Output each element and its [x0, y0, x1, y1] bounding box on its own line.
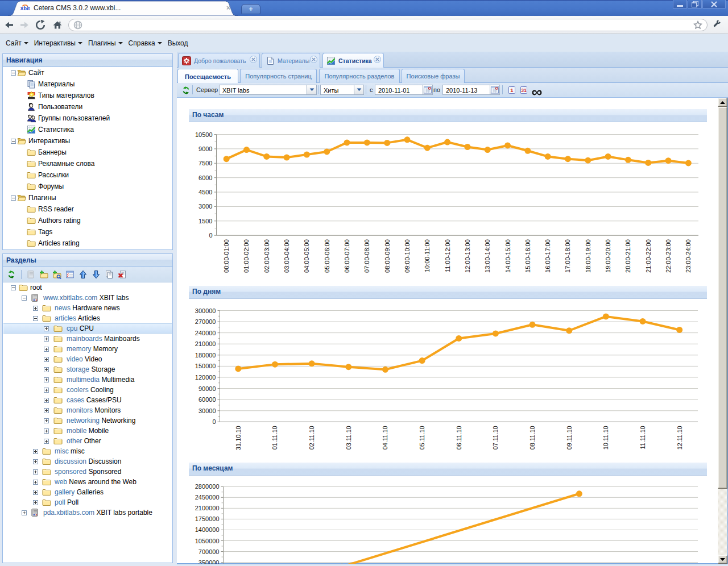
- tree-expander-plus-icon[interactable]: [44, 367, 49, 372]
- tree-node-label[interactable]: Материалы: [38, 80, 75, 88]
- tree-node-Tags[interactable]: Tags: [3, 226, 172, 238]
- tree-node-label[interactable]: articles Articles: [55, 314, 100, 322]
- tree-node-label[interactable]: storage Storage: [67, 365, 115, 373]
- tree-node-Форумы[interactable]: Форумы: [3, 181, 172, 192]
- tree-node-Типы материалов[interactable]: Типы материалов: [3, 90, 172, 101]
- tree-expander-plus-icon[interactable]: [44, 377, 49, 382]
- tree-node-label[interactable]: video Video: [67, 355, 102, 363]
- tree-expander-plus-icon[interactable]: [44, 408, 49, 413]
- tree-node-multimedia[interactable]: multimedia Multimedia: [3, 374, 172, 385]
- tree-node-storage[interactable]: storage Storage: [3, 364, 172, 374]
- period-day-button[interactable]: 1: [507, 85, 516, 97]
- main-tab-2[interactable]: Материалы: [262, 53, 320, 68]
- subtab-2[interactable]: Популярность страниц: [240, 69, 317, 83]
- tree-node-label[interactable]: Рекламные слова: [38, 160, 94, 168]
- tree-expander-plus-icon[interactable]: [33, 449, 38, 454]
- tree-node-gallery[interactable]: gallery Galleries: [3, 487, 172, 497]
- tree-node-label[interactable]: Статистика: [38, 126, 74, 134]
- tree-node-news[interactable]: news Hardware news: [3, 303, 172, 313]
- subtab-1[interactable]: Посещаемость: [177, 69, 238, 84]
- date-from-field[interactable]: 2010-11-01: [375, 85, 423, 95]
- tree-node-poll[interactable]: poll Poll: [3, 497, 172, 507]
- menu-item-4[interactable]: Справка: [129, 39, 162, 47]
- date-to-field[interactable]: 2010-11-13: [442, 85, 490, 95]
- date-to-calendar-icon[interactable]: [490, 85, 500, 95]
- tree-node-monitors[interactable]: monitors Monitors: [3, 405, 172, 415]
- tree-node-label[interactable]: pda.xbitlabs.com XBIT labs portable: [43, 509, 152, 517]
- tree-expander-plus-icon[interactable]: [44, 336, 49, 342]
- tree-node-sponsored[interactable]: sponsored Sponsored: [3, 467, 172, 477]
- tree-node-Интерактивы[interactable]: Интерактивы: [3, 135, 172, 147]
- tree-node-mainboards[interactable]: mainboards Mainboards: [3, 334, 172, 344]
- tree-node-Материалы[interactable]: Материалы: [3, 78, 172, 90]
- props-button[interactable]: [64, 269, 76, 280]
- tree-node-Пользователи[interactable]: Пользователи: [3, 101, 172, 113]
- tree-node-label[interactable]: Баннеры: [38, 148, 67, 156]
- address-bar[interactable]: [68, 19, 708, 31]
- tree-node-Рекламные слова[interactable]: Рекламные слова: [3, 158, 172, 169]
- tree-node-label[interactable]: networking Networking: [67, 417, 135, 424]
- tree-node-RSS reader[interactable]: RSS reader: [3, 203, 172, 215]
- tree-node-articles[interactable]: articles Articles: [3, 313, 172, 323]
- period-all-button[interactable]: [532, 88, 542, 98]
- tree-node-Статистика[interactable]: Статистика: [3, 124, 172, 135]
- tree-node-label[interactable]: Сайт: [28, 69, 44, 77]
- home-button[interactable]: [52, 20, 63, 32]
- tree-node-label[interactable]: sponsored Sponsored: [55, 468, 121, 476]
- tree-expander-plus-icon[interactable]: [33, 500, 38, 505]
- arrow-up-button[interactable]: [77, 269, 89, 280]
- tree-node-label[interactable]: Интерактивы: [28, 137, 70, 145]
- tree-node-label[interactable]: monitors Monitors: [67, 406, 121, 414]
- tree-node-Группы пользователей[interactable]: Группы пользователей: [3, 113, 172, 124]
- tab-close-badge-icon[interactable]: [374, 56, 381, 63]
- tree-node-label[interactable]: Рассылки: [38, 171, 69, 179]
- metric-select-arrow-icon[interactable]: [354, 85, 364, 95]
- tree-node-label[interactable]: Типы материалов: [38, 91, 94, 99]
- tree-node-discussion[interactable]: discussion Discussion: [3, 456, 172, 467]
- server-gray-button[interactable]: [24, 269, 37, 280]
- tree-node-cpu[interactable]: cpu CPU: [3, 323, 172, 334]
- tree-node-label[interactable]: Articles rating: [38, 239, 80, 247]
- tree-node-label[interactable]: www.xbitlabs.com XBIT labs: [43, 294, 129, 302]
- tree-node-label[interactable]: RSS reader: [38, 205, 74, 213]
- tree-node-label[interactable]: mainboards Mainboards: [67, 335, 140, 343]
- tree-expander-minus-icon[interactable]: [22, 296, 27, 301]
- tab-close-badge-icon[interactable]: [250, 56, 257, 63]
- tree-node-label[interactable]: other Other: [67, 437, 101, 445]
- copy-button[interactable]: [103, 269, 115, 280]
- tree-node-label[interactable]: Плагины: [28, 194, 56, 202]
- tree-node-coolers[interactable]: coolers Cooling: [3, 385, 172, 395]
- date-from-calendar-icon[interactable]: [423, 85, 433, 95]
- tree-node-www.xbitlabs.com[interactable]: www.xbitlabs.com XBIT labs: [3, 293, 172, 303]
- server-select-arrow-icon[interactable]: [307, 85, 317, 95]
- tree-node-label[interactable]: Authors rating: [38, 217, 81, 224]
- subtab-4[interactable]: Поисковые фразы: [402, 69, 465, 83]
- tree-node-misc[interactable]: misc misc: [3, 446, 172, 456]
- scroll-down-button[interactable]: [718, 555, 727, 564]
- tree-node-Плагины[interactable]: Плагины: [3, 192, 172, 203]
- tree-node-label[interactable]: root: [30, 284, 42, 292]
- tree-expander-plus-icon[interactable]: [22, 510, 27, 515]
- period-month-button[interactable]: 31: [519, 85, 528, 97]
- menu-item-2[interactable]: Интерактивы: [34, 39, 82, 47]
- tree-node-video[interactable]: video Video: [3, 354, 172, 364]
- tree-node-label[interactable]: Форумы: [38, 182, 64, 190]
- tree-node-Authors rating[interactable]: Authors rating: [3, 215, 172, 226]
- tree-expander-plus-icon[interactable]: [44, 398, 49, 403]
- subtab-3[interactable]: Популярность разделов: [319, 69, 400, 83]
- tree-node-Сайт[interactable]: Сайт: [3, 67, 172, 78]
- tree-node-memory[interactable]: memory Memory: [3, 344, 172, 354]
- delete-button[interactable]: [116, 269, 129, 280]
- tree-node-Articles rating[interactable]: Articles rating: [3, 238, 172, 249]
- scroll-up-button[interactable]: [718, 98, 727, 107]
- tree-node-label[interactable]: memory Memory: [67, 345, 118, 353]
- tree-expander-plus-icon[interactable]: [44, 357, 49, 362]
- back-button[interactable]: [4, 20, 14, 32]
- tree-node-label[interactable]: misc misc: [55, 447, 85, 455]
- tree-node-label[interactable]: gallery Galleries: [55, 488, 104, 496]
- tree-expander-plus-icon[interactable]: [33, 459, 38, 464]
- tree-expander-plus-icon[interactable]: [44, 439, 49, 444]
- window-minimize-button[interactable]: [673, 0, 687, 9]
- tree-expander-plus-icon[interactable]: [33, 469, 38, 475]
- tree-node-Рассылки[interactable]: Рассылки: [3, 169, 172, 181]
